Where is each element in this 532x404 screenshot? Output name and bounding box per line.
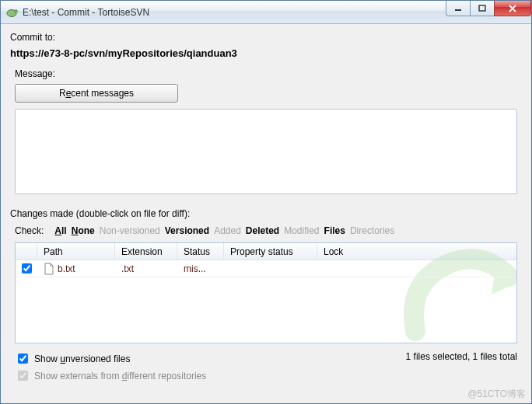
show-unversioned-checkbox[interactable]: Show unversioned files <box>15 351 206 366</box>
window-buttons <box>446 1 531 23</box>
maximize-icon <box>478 5 486 12</box>
row-ext: .txt <box>115 263 177 274</box>
close-button[interactable] <box>494 1 531 16</box>
svg-point-1 <box>15 9 18 12</box>
show-externals-checkbox: Show externals from different repositori… <box>15 368 206 383</box>
message-textarea[interactable] <box>15 109 517 194</box>
row-status: mis... <box>177 263 224 274</box>
changes-label: Changes made (double-click on file for d… <box>10 208 522 219</box>
col-property[interactable]: Property status <box>224 243 317 259</box>
check-deleted[interactable]: Deleted <box>246 225 279 236</box>
svg-rect-2 <box>455 9 461 11</box>
tortoise-icon <box>5 6 18 19</box>
row-path: b.txt <box>58 263 75 274</box>
list-header: Path Extension Status Property status Lo… <box>16 243 516 260</box>
check-added[interactable]: Added <box>214 225 241 236</box>
col-check[interactable] <box>16 243 37 259</box>
check-directories[interactable]: Directories <box>350 225 394 236</box>
col-lock[interactable]: Lock <box>317 243 516 259</box>
row-checkbox[interactable] <box>22 263 32 273</box>
selection-status: 1 files selected, 1 files total <box>406 351 517 362</box>
check-filter-row: Check: All None Non-versioned Versioned … <box>15 225 522 236</box>
check-none[interactable]: None <box>72 225 95 236</box>
file-icon <box>44 263 54 275</box>
close-icon <box>508 5 517 12</box>
bottom-row: Show unversioned files Show externals fr… <box>15 351 517 383</box>
list-item[interactable]: b.txt .txt mis... <box>16 260 516 277</box>
show-externals-input <box>18 371 28 381</box>
show-unversioned-input[interactable] <box>18 354 28 364</box>
client-area: Commit to: https://e73-8-pc/svn/myReposi… <box>1 24 531 403</box>
message-label: Message: <box>15 68 522 79</box>
recent-messages-button[interactable]: Recent messages <box>15 84 178 103</box>
svg-rect-3 <box>479 5 485 11</box>
col-path[interactable]: Path <box>37 243 115 259</box>
file-list[interactable]: Path Extension Status Property status Lo… <box>15 242 517 343</box>
maximize-button[interactable] <box>470 1 495 16</box>
col-extension[interactable]: Extension <box>115 243 177 259</box>
watermark: @51CTO博客 <box>467 388 526 401</box>
check-all[interactable]: All <box>54 225 66 236</box>
check-nonversioned[interactable]: Non-versioned <box>100 225 160 236</box>
titlebar[interactable]: E:\test - Commit - TortoiseSVN <box>1 1 531 24</box>
window-title: E:\test - Commit - TortoiseSVN <box>23 7 446 18</box>
check-versioned[interactable]: Versioned <box>165 225 209 236</box>
check-files[interactable]: Files <box>324 225 345 236</box>
minimize-button[interactable] <box>446 1 471 16</box>
commit-url: https://e73-8-pc/svn/myRepositories/qian… <box>10 47 522 59</box>
commit-to-label: Commit to: <box>10 32 522 43</box>
check-modified[interactable]: Modified <box>284 225 319 236</box>
minimize-icon <box>454 5 462 12</box>
check-label: Check: <box>15 225 44 236</box>
col-status[interactable]: Status <box>177 243 224 259</box>
commit-dialog: E:\test - Commit - TortoiseSVN Commit to… <box>0 0 532 404</box>
